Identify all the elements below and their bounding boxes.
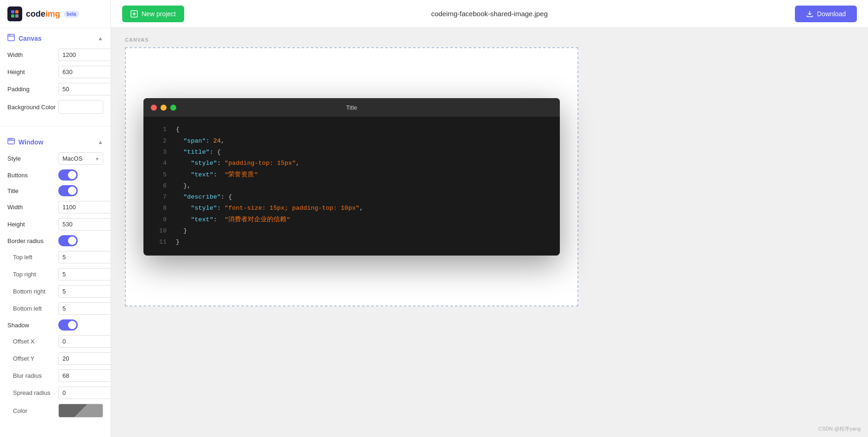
window-offset-x-input[interactable] [58,335,111,348]
window-shadow-color-row: Color [7,404,103,418]
code-line-4: 4 "style": "padding-top: 15px", [143,158,560,169]
window-shadow-label: Shadow [7,322,58,329]
window-top-right-row: Top right [7,268,103,281]
window-buttons-toggle[interactable] [58,169,78,181]
window-spread-radius-input[interactable] [58,387,111,399]
svg-point-10 [10,139,11,140]
window-style-label: Style [7,155,58,162]
download-icon [806,10,813,18]
window-style-row: Style MacOS Windows None ▼ [7,152,103,165]
window-height-input[interactable] [58,218,111,231]
canvas-chevron-icon: ▲ [98,35,103,42]
window-shadow-color-input[interactable] [58,404,103,418]
canvas-width-row: Width [7,49,103,61]
window-title-text: Title [346,104,357,111]
window-section-header[interactable]: Window ▲ [7,137,103,147]
window-bottom-left-input[interactable] [58,302,111,315]
code-line-6: 6 }, [143,181,560,192]
window-style-select[interactable]: MacOS Windows None [58,152,103,165]
window-spread-radius-row: Spread radius [7,387,103,399]
window-blur-radius-input[interactable] [58,369,111,382]
window-style-select-wrapper: MacOS Windows None ▼ [58,152,103,165]
canvas-height-row: Height [7,66,103,78]
window-bottom-right-row: Bottom right [7,285,103,298]
window-bottom-right-input[interactable] [58,285,111,298]
window-blur-radius-label: Blur radius [13,372,58,379]
window-icon [7,137,15,147]
window-top-right-label: Top right [13,271,58,278]
canvas-area: CANVAS Title 1 { [111,28,868,437]
window-offset-x-label: Offset X [13,338,58,345]
window-height-row: Height [7,218,103,231]
svg-point-9 [9,139,10,140]
beta-badge: beta [64,11,79,18]
svg-rect-2 [11,14,14,18]
logo-icon [7,6,22,21]
canvas-height-label: Height [7,69,58,75]
window-top-left-label: Top left [13,254,58,261]
code-line-1: 1 { [143,124,560,135]
window-height-label: Height [7,221,58,228]
window-section: Window ▲ Style MacOS Windows None ▼ Butt… [0,132,111,428]
window-offset-y-input[interactable] [58,352,111,365]
window-buttons-group [151,105,176,111]
canvas-section: Canvas ▲ Width Height Padding Background… [0,28,111,124]
window-title-toggle[interactable] [58,185,78,196]
code-line-10: 10 } [143,225,560,237]
code-line-11: 11 } [143,237,560,248]
code-line-7: 7 "describe": { [143,192,560,203]
window-width-row: Width [7,201,103,213]
new-project-icon [130,10,138,18]
svg-rect-3 [15,14,19,18]
window-close-button [151,105,157,111]
window-title-row: Title [7,185,103,196]
canvas-width-input[interactable] [58,49,111,61]
canvas-bgcolor-row: Background Color [7,100,103,114]
svg-rect-1 [15,10,19,13]
code-line-2: 2 "span": 24, [143,136,560,147]
canvas-section-header[interactable]: Canvas ▲ [7,34,103,43]
window-shadow-row: Shadow [7,319,103,331]
window-spread-radius-label: Spread radius [13,389,58,396]
window-minimize-button [161,105,167,111]
window-border-radius-row: Border radius [7,235,103,246]
canvas-section-title: Canvas [7,34,42,43]
canvas-icon [7,34,15,43]
sidebar: codeimg beta Canvas ▲ Width Heigh [0,0,111,437]
canvas-height-input[interactable] [58,66,111,78]
main-area: New project codeimg-facebook-shared-imag… [111,0,868,437]
code-window: Title 1 { 2 "span": 24, [143,98,560,255]
window-buttons-row: Buttons [7,169,103,181]
window-shadow-color-label: Color [13,407,58,414]
logo-area: codeimg beta [0,0,111,28]
svg-rect-4 [8,34,14,41]
new-project-button[interactable]: New project [122,6,184,22]
window-border-radius-toggle[interactable] [58,235,78,246]
window-shadow-toggle[interactable] [58,319,78,331]
code-line-9: 9 "text": "消费者对企业的信赖" [143,214,560,225]
window-offset-x-row: Offset X [7,335,103,348]
window-top-left-input[interactable] [58,251,111,263]
window-width-label: Width [7,204,58,211]
download-button[interactable]: Download [795,6,857,22]
logo-text: codeimg [26,9,60,19]
code-line-8: 8 "style": "font-size: 15px; padding-top… [143,203,560,214]
canvas-padding-label: Padding [7,86,58,93]
window-titlebar: Title [143,98,560,117]
window-maximize-button [170,105,176,111]
window-bottom-right-label: Bottom right [13,288,58,295]
code-line-3: 3 "title": { [143,147,560,158]
code-body: 1 { 2 "span": 24, 3 "titl [143,117,560,255]
window-border-radius-label: Border radius [7,237,58,244]
canvas-padding-input[interactable] [58,83,111,95]
canvas-bgcolor-input[interactable] [58,100,103,114]
window-top-right-input[interactable] [58,268,111,281]
window-buttons-label: Buttons [7,172,58,179]
canvas-label: CANVAS [125,37,149,43]
window-width-input[interactable] [58,201,111,213]
canvas-padding-row: Padding [7,83,103,95]
topbar: New project codeimg-facebook-shared-imag… [111,0,868,28]
svg-point-11 [12,139,12,140]
window-blur-radius-row: Blur radius [7,369,103,382]
window-top-left-row: Top left [7,251,103,263]
